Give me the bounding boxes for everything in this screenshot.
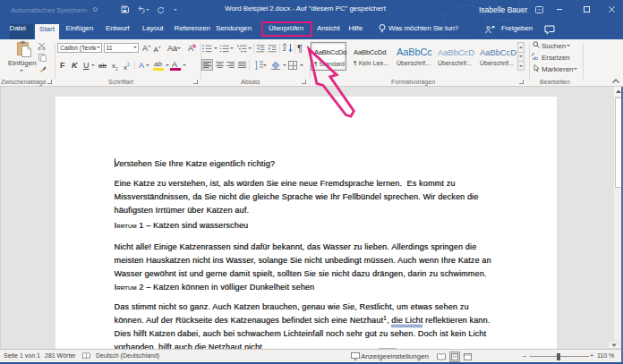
- svg-text:ab: ab: [533, 55, 538, 61]
